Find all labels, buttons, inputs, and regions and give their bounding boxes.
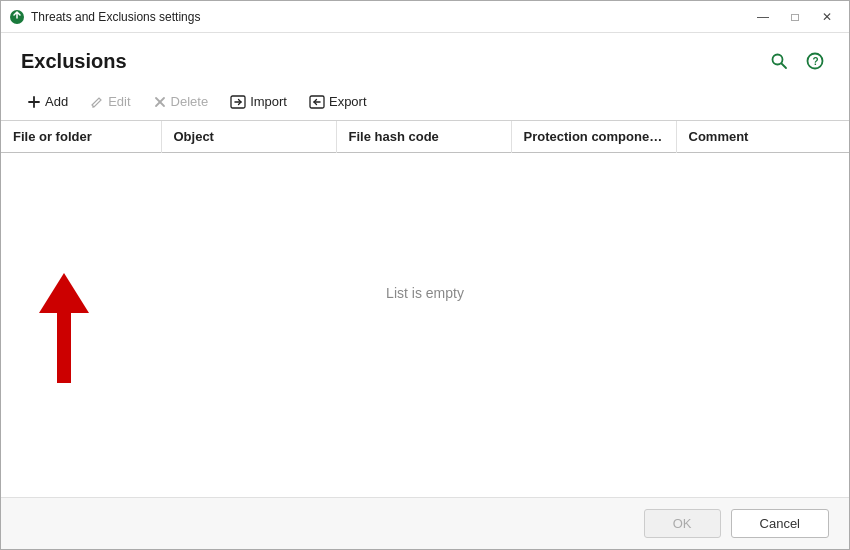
maximize-button[interactable]: □ (781, 7, 809, 27)
add-button[interactable]: Add (17, 88, 78, 116)
toolbar: Add Edit Delete Import (1, 83, 849, 121)
table-container: File or folder Object File hash code Pro… (1, 121, 849, 497)
header-icon-group: ? (765, 47, 829, 75)
minimize-button[interactable]: — (749, 7, 777, 27)
page-header: Exclusions ? (1, 33, 849, 83)
app-icon (9, 9, 25, 25)
search-icon (770, 52, 788, 70)
svg-text:?: ? (813, 56, 819, 67)
ok-button[interactable]: OK (644, 509, 721, 538)
import-icon (230, 95, 246, 109)
column-file: File or folder (1, 121, 161, 153)
main-content: Exclusions ? Add (1, 33, 849, 549)
empty-state-message: List is empty (1, 153, 849, 433)
title-bar: Threats and Exclusions settings — □ ✕ (1, 1, 849, 33)
column-protection: Protection components (511, 121, 676, 153)
help-button[interactable]: ? (801, 47, 829, 75)
edit-button[interactable]: Edit (80, 88, 140, 116)
delete-button[interactable]: Delete (143, 88, 219, 116)
search-button[interactable] (765, 47, 793, 75)
column-hash: File hash code (336, 121, 511, 153)
exclusions-table: File or folder Object File hash code Pro… (1, 121, 849, 153)
cancel-button[interactable]: Cancel (731, 509, 829, 538)
delete-icon (153, 95, 167, 109)
add-icon (27, 95, 41, 109)
table-header-row: File or folder Object File hash code Pro… (1, 121, 849, 153)
title-bar-text: Threats and Exclusions settings (31, 10, 749, 24)
export-button[interactable]: Export (299, 88, 377, 116)
window-controls: — □ ✕ (749, 7, 841, 27)
column-object: Object (161, 121, 336, 153)
column-comment: Comment (676, 121, 849, 153)
close-button[interactable]: ✕ (813, 7, 841, 27)
edit-icon (90, 95, 104, 109)
export-icon (309, 95, 325, 109)
svg-line-2 (782, 64, 787, 69)
import-button[interactable]: Import (220, 88, 297, 116)
page-title: Exclusions (21, 50, 127, 73)
help-icon: ? (806, 52, 824, 70)
footer: OK Cancel (1, 497, 849, 549)
